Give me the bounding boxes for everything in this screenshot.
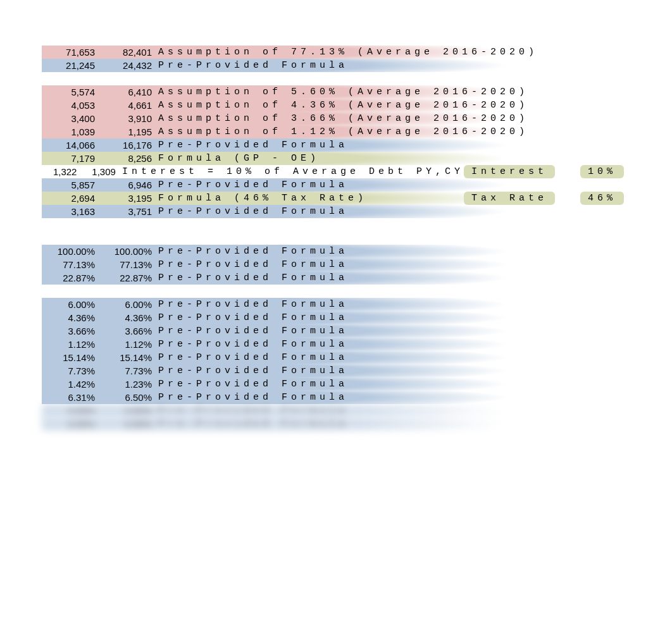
value-col-a: 1,322 bbox=[42, 165, 80, 178]
value-col-b: 3,910 bbox=[99, 112, 156, 125]
note-text: Pre-Provided Formula bbox=[156, 417, 348, 431]
value-col-a: 2,694 bbox=[42, 192, 99, 205]
side-annotation: Tax Rate46% bbox=[464, 192, 624, 205]
note-text: Assumption of 5.60% (Average 2016-2020) bbox=[156, 85, 528, 99]
table-row: 1,3221,309Interest = 10% of Average Debt… bbox=[42, 165, 624, 178]
note-text: Pre-Provided Formula bbox=[156, 138, 348, 152]
value-col-b: 1.12% bbox=[99, 338, 156, 351]
note-text: Pre-Provided Formula bbox=[156, 391, 348, 404]
table-row: 0.00%0.00%Pre-Provided Formula bbox=[42, 404, 624, 417]
note-text: Pre-Provided Formula bbox=[156, 338, 348, 351]
value-col-b: 100.00% bbox=[99, 245, 156, 258]
value-col-b: 0.00% bbox=[99, 404, 156, 417]
value-col-a: 1.12% bbox=[42, 338, 99, 351]
note-text: Assumption of 3.66% (Average 2016-2020) bbox=[156, 112, 528, 125]
table-row: 22.87%22.87%Pre-Provided Formula bbox=[42, 271, 624, 285]
note-text: Pre-Provided Formula bbox=[156, 258, 348, 271]
table-row: 5,8576,946Pre-Provided Formula bbox=[42, 178, 624, 192]
note-text: Assumption of 4.36% (Average 2016-2020) bbox=[156, 99, 528, 112]
table-row: 21,24524,432Pre-Provided Formula bbox=[42, 59, 624, 72]
value-col-a: 77.13% bbox=[42, 258, 99, 271]
table-row: 5,5746,410Assumption of 5.60% (Average 2… bbox=[42, 85, 624, 99]
value-col-b: 4,661 bbox=[99, 99, 156, 112]
value-col-a: 0.00% bbox=[42, 417, 99, 431]
note-text: Pre-Provided Formula bbox=[156, 324, 348, 338]
side-annotation: Interest10% bbox=[464, 165, 624, 178]
spacer-row bbox=[42, 231, 624, 245]
value-col-b: 4.36% bbox=[99, 311, 156, 324]
table-row: 3,4003,910Assumption of 3.66% (Average 2… bbox=[42, 112, 624, 125]
value-col-b: 15.14% bbox=[99, 351, 156, 364]
side-label: Interest bbox=[464, 165, 555, 178]
note-text: Pre-Provided Formula bbox=[156, 245, 348, 258]
value-col-a: 21,245 bbox=[42, 59, 99, 72]
note-text: Pre-Provided Formula bbox=[156, 378, 348, 391]
value-col-b: 82,401 bbox=[99, 46, 156, 59]
value-col-b: 77.13% bbox=[99, 258, 156, 271]
value-col-b: 6,946 bbox=[99, 178, 156, 192]
value-col-b: 1,309 bbox=[80, 165, 119, 178]
table-row: 3.66%3.66%Pre-Provided Formula bbox=[42, 324, 624, 338]
note-text: Pre-Provided Formula bbox=[156, 298, 348, 311]
value-col-a: 1.42% bbox=[42, 378, 99, 391]
value-col-b: 16,176 bbox=[99, 138, 156, 152]
value-col-b: 6.50% bbox=[99, 391, 156, 404]
side-value: 46% bbox=[580, 192, 624, 205]
side-label: Tax Rate bbox=[464, 192, 555, 205]
note-text: Interest = 10% of Average Debt PY,CY bbox=[120, 165, 464, 178]
note-text: Pre-Provided Formula bbox=[156, 351, 348, 364]
note-text: Pre-Provided Formula bbox=[156, 59, 348, 72]
note-text: Assumption of 1.12% (Average 2016-2020) bbox=[156, 125, 528, 138]
note-text: Pre-Provided Formula bbox=[156, 364, 348, 378]
value-col-b: 6,410 bbox=[99, 85, 156, 99]
value-col-a: 1,039 bbox=[42, 125, 99, 138]
value-col-a: 3,163 bbox=[42, 205, 99, 218]
table-row: 2,6943,195Formula (46% Tax Rate)Tax Rate… bbox=[42, 192, 624, 205]
note-text: Assumption of 77.13% (Average 2016-2020) bbox=[156, 46, 538, 59]
table-row: 7.73%7.73%Pre-Provided Formula bbox=[42, 364, 624, 378]
value-col-b: 3,751 bbox=[99, 205, 156, 218]
note-text: Pre-Provided Formula bbox=[156, 205, 348, 218]
value-col-a: 5,574 bbox=[42, 85, 99, 99]
value-col-b: 22.87% bbox=[99, 271, 156, 285]
value-col-a: 22.87% bbox=[42, 271, 99, 285]
spacer-row bbox=[42, 72, 624, 85]
note-text: Pre-Provided Formula bbox=[156, 271, 348, 285]
note-text: Pre-Provided Formula bbox=[156, 311, 348, 324]
value-col-b: 1,195 bbox=[99, 125, 156, 138]
note-text: Formula (GP - OE) bbox=[156, 152, 320, 165]
value-col-a: 4,053 bbox=[42, 99, 99, 112]
table-row: 77.13%77.13%Pre-Provided Formula bbox=[42, 258, 624, 271]
table-row: 1.12%1.12%Pre-Provided Formula bbox=[42, 338, 624, 351]
value-col-a: 3.66% bbox=[42, 324, 99, 338]
financial-table: 71,65382,401Assumption of 77.13% (Averag… bbox=[42, 46, 624, 431]
value-col-b: 8,256 bbox=[99, 152, 156, 165]
value-col-a: 3,400 bbox=[42, 112, 99, 125]
spacer-row bbox=[42, 285, 624, 298]
value-col-b: 6.00% bbox=[99, 298, 156, 311]
table-row: 100.00%100.00%Pre-Provided Formula bbox=[42, 245, 624, 258]
table-row: 1,0391,195Assumption of 1.12% (Average 2… bbox=[42, 125, 624, 138]
note-text: Pre-Provided Formula bbox=[156, 178, 348, 192]
value-col-a: 7,179 bbox=[42, 152, 99, 165]
note-text: Formula (46% Tax Rate) bbox=[156, 192, 367, 205]
value-col-a: 71,653 bbox=[42, 46, 99, 59]
table-row: 14,06616,176Pre-Provided Formula bbox=[42, 138, 624, 152]
table-row: 6.00%6.00%Pre-Provided Formula bbox=[42, 298, 624, 311]
table-row: 15.14%15.14%Pre-Provided Formula bbox=[42, 351, 624, 364]
table-row: 1.42%1.23%Pre-Provided Formula bbox=[42, 378, 624, 391]
table-row: 7,1798,256Formula (GP - OE) bbox=[42, 152, 624, 165]
value-col-a: 6.31% bbox=[42, 391, 99, 404]
value-col-a: 7.73% bbox=[42, 364, 99, 378]
value-col-b: 3.66% bbox=[99, 324, 156, 338]
value-col-b: 0.00% bbox=[99, 417, 156, 431]
table-row: 0.00%0.00%Pre-Provided Formula bbox=[42, 417, 624, 431]
value-col-a: 100.00% bbox=[42, 245, 99, 258]
table-row: 4,0534,661Assumption of 4.36% (Average 2… bbox=[42, 99, 624, 112]
note-text: Pre-Provided Formula bbox=[156, 404, 348, 417]
value-col-a: 4.36% bbox=[42, 311, 99, 324]
table-row: 6.31%6.50%Pre-Provided Formula bbox=[42, 391, 624, 404]
spacer-row bbox=[42, 218, 624, 231]
value-col-b: 3,195 bbox=[99, 192, 156, 205]
value-col-a: 15.14% bbox=[42, 351, 99, 364]
